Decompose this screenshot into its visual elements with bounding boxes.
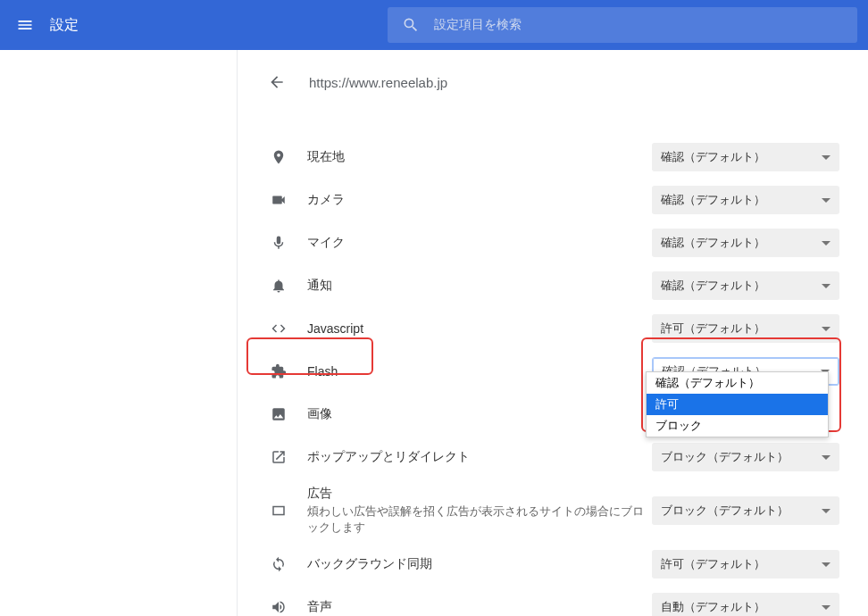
sync-icon bbox=[271, 556, 287, 572]
hamburger-icon bbox=[16, 16, 34, 34]
chevron-down-icon bbox=[822, 284, 830, 288]
dropdown-ads[interactable]: ブロック（デフォルト） bbox=[652, 496, 839, 525]
label-camera: カメラ bbox=[307, 192, 652, 208]
flash-dropdown-menu: 確認（デフォルト） 許可 ブロック bbox=[646, 371, 829, 437]
content: https://www.reneelab.jp 現在地 確認（デフォルト） カメ… bbox=[0, 50, 868, 616]
dropdown-bgsync[interactable]: 許可（デフォルト） bbox=[652, 550, 839, 579]
chevron-down-icon bbox=[822, 327, 830, 331]
chevron-down-icon bbox=[822, 198, 830, 203]
chevron-down-icon bbox=[822, 562, 830, 567]
code-icon bbox=[271, 320, 287, 337]
site-url: https://www.reneelab.jp bbox=[309, 75, 447, 90]
ads-icon bbox=[271, 503, 287, 519]
chevron-down-icon bbox=[822, 605, 830, 610]
label-flash: Flash bbox=[307, 364, 652, 379]
search-placeholder: 設定項目を検索 bbox=[434, 17, 522, 33]
label-bgsync: バックグラウンド同期 bbox=[307, 556, 652, 572]
sound-icon bbox=[271, 599, 287, 615]
dropdown-mic[interactable]: 確認（デフォルト） bbox=[652, 229, 839, 257]
label-popup: ポップアップとリダイレクト bbox=[307, 449, 652, 465]
popup-icon bbox=[271, 449, 287, 465]
dropdown-js[interactable]: 許可（デフォルト） bbox=[652, 314, 839, 343]
chevron-down-icon bbox=[822, 509, 830, 513]
image-icon bbox=[271, 406, 287, 422]
dropdown-sound[interactable]: 自動（デフォルト） bbox=[652, 593, 839, 616]
dropdown-notify[interactable]: 確認（デフォルト） bbox=[652, 271, 839, 300]
header-title: 設定 bbox=[50, 16, 79, 35]
chevron-down-icon bbox=[822, 455, 830, 460]
row-location: 現在地 確認（デフォルト） bbox=[238, 136, 868, 179]
row-js: Javascript 許可（デフォルト） bbox=[238, 307, 868, 350]
row-bgsync: バックグラウンド同期 許可（デフォルト） bbox=[238, 543, 868, 586]
puzzle-icon bbox=[271, 363, 287, 379]
location-icon bbox=[271, 149, 287, 165]
flash-option-ask[interactable]: 確認（デフォルト） bbox=[647, 372, 828, 394]
back-button[interactable] bbox=[266, 71, 288, 93]
search-icon bbox=[402, 16, 420, 34]
flash-option-allow[interactable]: 許可 bbox=[647, 394, 828, 415]
dropdown-location[interactable]: 確認（デフォルト） bbox=[652, 143, 839, 171]
label-js: Javascript bbox=[307, 321, 652, 336]
row-popup: ポップアップとリダイレクト ブロック（デフォルト） bbox=[238, 436, 868, 479]
sidebar bbox=[0, 50, 238, 616]
label-mic: マイク bbox=[307, 235, 652, 251]
arrow-back-icon bbox=[268, 73, 286, 91]
row-ads: 広告 煩わしい広告や誤解を招く広告が表示されるサイトの場合にブロックします ブロ… bbox=[238, 479, 868, 543]
camera-icon bbox=[271, 192, 287, 208]
url-row: https://www.reneelab.jp bbox=[238, 71, 868, 93]
label-sound: 音声 bbox=[307, 599, 652, 615]
chevron-down-icon bbox=[822, 241, 830, 246]
row-mic: マイク 確認（デフォルト） bbox=[238, 221, 868, 264]
label-notify: 通知 bbox=[307, 278, 652, 294]
bell-icon bbox=[271, 278, 287, 294]
row-notify: 通知 確認（デフォルト） bbox=[238, 264, 868, 307]
row-sound: 音声 自動（デフォルト） bbox=[238, 586, 868, 616]
row-camera: カメラ 確認（デフォルト） bbox=[238, 179, 868, 221]
label-ads: 広告 煩わしい広告や誤解を招く広告が表示されるサイトの場合にブロックします bbox=[307, 486, 652, 536]
flash-option-block[interactable]: ブロック bbox=[647, 415, 828, 437]
chevron-down-icon bbox=[822, 155, 830, 160]
mic-icon bbox=[271, 235, 287, 251]
app-header: 設定 設定項目を検索 bbox=[0, 0, 868, 50]
main-panel: https://www.reneelab.jp 現在地 確認（デフォルト） カメ… bbox=[238, 50, 868, 616]
dropdown-popup[interactable]: ブロック（デフォルト） bbox=[652, 443, 839, 471]
label-location: 現在地 bbox=[307, 149, 652, 165]
search-box[interactable]: 設定項目を検索 bbox=[388, 7, 857, 43]
menu-button[interactable] bbox=[0, 16, 50, 34]
label-ads-sub: 煩わしい広告や誤解を招く広告が表示されるサイトの場合にブロックします bbox=[307, 504, 652, 536]
dropdown-camera[interactable]: 確認（デフォルト） bbox=[652, 186, 839, 214]
